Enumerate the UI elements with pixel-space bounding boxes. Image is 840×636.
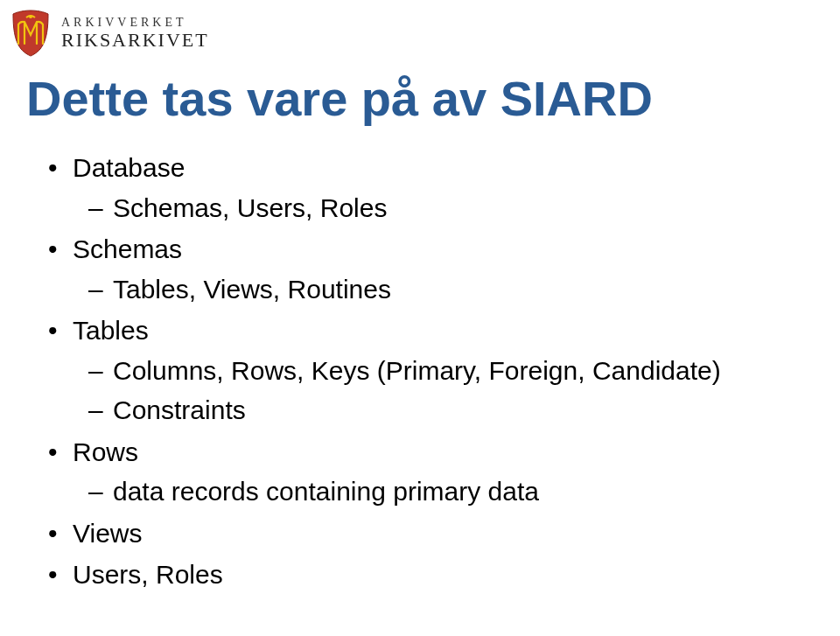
list-subitem-label: data records containing primary data [113,477,539,506]
list-subitem-label: Tables, Views, Routines [113,275,391,304]
slide-content: Database Schemas, Users, Roles Schemas T… [48,149,721,598]
svg-point-0 [29,15,32,18]
brand-text: ARKIVVERKET RIKSARKIVET [61,17,209,50]
list-item-label: Views [73,519,142,548]
brand-top: ARKIVVERKET [61,17,209,30]
list-item: Schemas Tables, Views, Routines [48,230,721,308]
list-item: Users, Roles [48,556,721,594]
list-item-label: Database [73,153,185,182]
list-subitem: data records containing primary data [88,472,721,511]
slide: ARKIVVERKET RIKSARKIVET Dette tas vare p… [0,0,840,636]
list-item: Views [48,514,721,553]
list-subitem: Constraints [88,391,721,430]
slide-title: Dette tas vare på av SIARD [26,70,653,127]
list-subitem-label: Columns, Rows, Keys (Primary, Foreign, C… [113,356,721,385]
list-item: Tables Columns, Rows, Keys (Primary, For… [48,311,721,430]
list-item-label: Schemas [73,234,182,263]
logo-area: ARKIVVERKET RIKSARKIVET [9,9,209,58]
list-item-label: Users, Roles [73,560,223,589]
list-subitem-label: Schemas, Users, Roles [113,193,387,222]
list-subitem-label: Constraints [113,395,246,424]
list-item-label: Tables [73,316,149,345]
crest-icon [9,9,52,58]
list-subitem: Schemas, Users, Roles [88,189,721,227]
brand-bottom: RIKSARKIVET [61,30,209,50]
list-item-label: Rows [73,437,138,466]
list-item: Database Schemas, Users, Roles [48,149,721,227]
list-item: Rows data records containing primary dat… [48,433,721,511]
list-subitem: Columns, Rows, Keys (Primary, Foreign, C… [88,352,721,390]
list-subitem: Tables, Views, Routines [88,270,721,309]
